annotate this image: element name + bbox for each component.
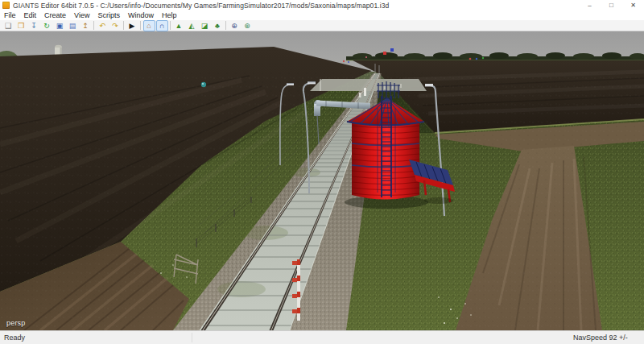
status-divider [192,333,192,342]
export-button[interactable]: ↥ [80,20,92,31]
open-file-button[interactable]: ❒ [15,20,27,31]
menu-scripts[interactable]: Scripts [93,10,124,20]
undo-arrow-icon: ↶ [99,21,105,31]
menu-bar: File Edit Create View Scripts Window Hel… [0,10,644,20]
foliage-icon: ♣ [215,21,220,31]
physics-reset-icon: ⊛ [244,21,250,31]
reload-icon: ↻ [43,21,50,31]
terrain-sculpt-icon: ▲ [175,21,183,31]
app-icon [2,2,10,9]
play-button[interactable]: ▶ [126,20,138,31]
camera-home-button[interactable]: ⌂ [143,20,155,31]
terrain-sculpt-button[interactable]: ▲ [173,20,185,31]
terrain-smooth-icon: ◭ [189,21,195,31]
redo-button[interactable]: ↷ [109,20,122,31]
menu-file[interactable]: File [0,10,20,20]
toolbar-separator [225,21,226,30]
physics-button[interactable]: ⊕ [229,20,241,31]
scene-canvas [0,31,644,330]
save-button[interactable]: ▣ [54,20,66,31]
status-ready-text: Ready [4,334,25,342]
toolbar-separator [93,21,94,30]
undo-button[interactable]: ↶ [97,20,109,31]
save-as-button[interactable]: ▤ [67,20,79,31]
new-file-icon: ❑ [5,21,11,31]
blue-balloon[interactable] [390,48,394,52]
menu-create[interactable]: Create [40,10,70,20]
snap-button[interactable]: ∩ [156,20,168,31]
physics-reset-button[interactable]: ⊛ [242,20,254,31]
window-controls: – □ ✕ [579,0,644,10]
maximize-button[interactable]: □ [601,0,622,10]
3d-viewport[interactable]: persp [0,31,644,330]
red-balloon[interactable] [383,52,386,55]
giants-editor-window: GIANTS Editor 64bit 7.0.5 - C:/Users/inf… [0,0,644,344]
terrain-smooth-button[interactable]: ◭ [186,20,198,31]
nav-speed-indicator: NavSpeed 92 +/- [573,334,628,342]
minimize-button[interactable]: – [579,0,601,10]
toolbar: ❑ ❒ ↧ ↻ ▣ ▤ ↥ ↶ ↷ ▶ ⌂ ∩ ▲ ◭ ◪ ♣ ⊕ ⊛ [0,20,644,31]
physics-icon: ⊕ [231,21,237,31]
play-icon: ▶ [130,21,135,31]
reload-button[interactable]: ↻ [41,20,53,31]
menu-help[interactable]: Help [158,10,181,20]
camera-label: persp [6,319,26,327]
save-icon: ▣ [56,21,64,31]
rail-crossing[interactable] [310,79,427,91]
toolbar-separator [170,21,171,30]
window-title: GIANTS Editor 64bit 7.0.5 - C:/Users/inf… [13,2,579,10]
title-bar[interactable]: GIANTS Editor 64bit 7.0.5 - C:/Users/inf… [0,0,644,10]
terrain-paint-icon: ◪ [201,21,208,31]
house-icon: ⌂ [147,21,151,31]
redo-arrow-icon: ↷ [112,21,118,31]
open-folder-icon: ❒ [18,21,24,31]
save-as-icon: ▤ [69,21,76,31]
status-bar: Ready NavSpeed 92 +/- [0,330,644,344]
toolbar-separator [140,21,141,30]
magnet-icon: ∩ [159,21,164,31]
terrain-paint-button[interactable]: ◪ [199,20,211,31]
export-icon: ↥ [82,21,89,31]
menu-view[interactable]: View [70,10,93,20]
menu-edit[interactable]: Edit [20,10,41,20]
menu-window[interactable]: Window [124,10,158,20]
teal-marker-ball[interactable] [201,82,206,87]
terrain-foliage-button[interactable]: ♣ [212,20,224,31]
new-file-button[interactable]: ❑ [2,20,14,31]
import-icon: ↧ [31,21,37,31]
toolbar-separator [123,21,124,30]
import-button[interactable]: ↧ [28,20,40,31]
lamp-head [425,84,433,86]
close-button[interactable]: ✕ [622,0,644,10]
